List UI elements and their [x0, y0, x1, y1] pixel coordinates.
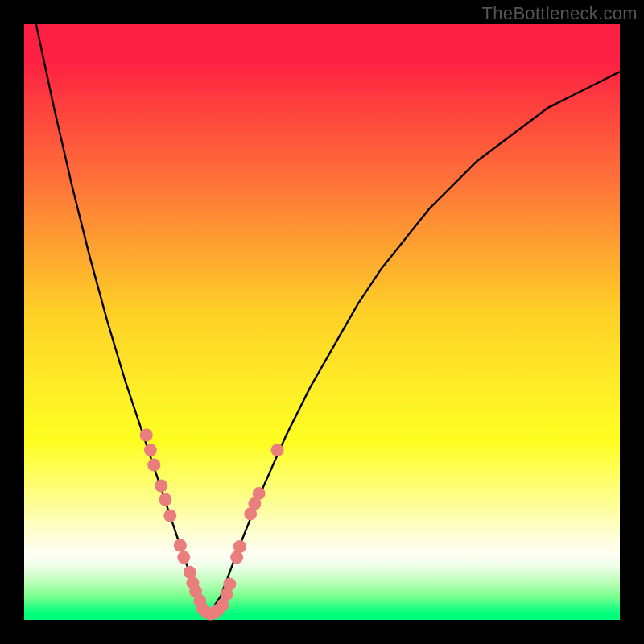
- data-point: [253, 487, 266, 500]
- data-point: [147, 459, 160, 472]
- chart-container: TheBottleneck.com: [0, 0, 644, 644]
- data-point: [159, 493, 171, 506]
- data-point: [155, 480, 167, 493]
- data-point: [140, 429, 153, 442]
- bottleneck-curve: [36, 24, 620, 614]
- data-point: [233, 540, 246, 553]
- data-point: [144, 444, 157, 456]
- scatter-points: [140, 429, 284, 621]
- data-point: [177, 551, 190, 564]
- chart-svg: [24, 24, 620, 620]
- data-point: [271, 444, 284, 456]
- data-point: [223, 578, 236, 591]
- plot-area: [24, 24, 620, 620]
- data-point: [163, 510, 176, 522]
- watermark-text: TheBottleneck.com: [482, 3, 638, 24]
- data-point: [174, 539, 187, 552]
